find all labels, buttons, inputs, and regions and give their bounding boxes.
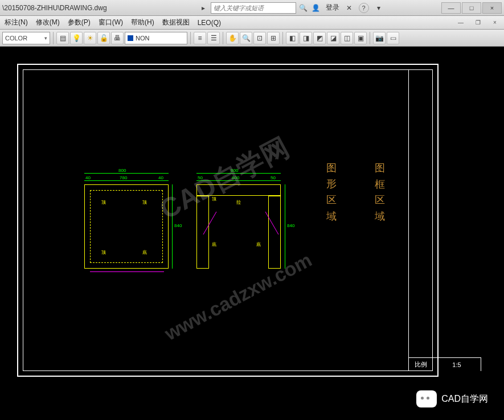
lock-icon[interactable]: 🔓: [97, 32, 110, 44]
dropdown2-icon[interactable]: ▾: [374, 3, 384, 13]
view-cube1-icon[interactable]: ◧: [286, 32, 298, 44]
search-icon[interactable]: 🔍: [298, 3, 309, 13]
zoom-extents-icon[interactable]: ⊞: [267, 32, 280, 44]
dim-sub3-r: 50: [271, 175, 276, 180]
wechat-badge: CAD自学网: [416, 390, 488, 407]
layer-manager-icon[interactable]: ▤: [56, 32, 69, 44]
tag: 拉: [236, 199, 241, 205]
tag: 底: [212, 241, 216, 248]
wechat-icon: [416, 390, 437, 407]
plot-icon[interactable]: 🖶: [111, 32, 124, 44]
maximize-button[interactable]: □: [462, 2, 481, 14]
zoom-window-icon[interactable]: ⊡: [253, 32, 266, 44]
layer-color-swatch: [128, 35, 133, 41]
dim-sub3: 40: [158, 175, 163, 180]
user-icon[interactable]: 👤: [311, 3, 321, 13]
wechat-label: CAD自学网: [441, 393, 488, 405]
leader-line: [90, 271, 164, 272]
tag: 底: [142, 249, 147, 256]
menu-parameters[interactable]: 参数(P): [68, 18, 91, 27]
toolbar: COLOR ▤ 💡 ☀ 🔓 🖶 NON ≡ ☰ ✋ 🔍 ⊡ ⊞ ◧ ◨ ◩ ◪ …: [0, 30, 504, 47]
view-cube4-icon[interactable]: ◪: [327, 32, 339, 44]
dim-top-r: 800: [231, 168, 238, 173]
scale-label: 比例: [409, 358, 433, 371]
zoom-icon[interactable]: 🔍: [240, 32, 252, 44]
label-drawing-area: 图形区域: [325, 155, 338, 219]
scale-value: 1:5: [433, 358, 481, 371]
dim-sub2: 780: [120, 175, 127, 180]
dim-sub1: 40: [85, 175, 91, 180]
exchange-icon[interactable]: ✕: [344, 3, 354, 13]
menu-dimension[interactable]: 标注(N): [5, 18, 28, 27]
layer-states-icon[interactable]: ≡: [194, 32, 206, 44]
minimize-button[interactable]: —: [441, 2, 461, 14]
dim-side: 840: [174, 223, 182, 228]
title-block: 比例 1:5: [408, 69, 481, 371]
dim-line: [84, 180, 169, 181]
dim-line-v: [285, 184, 285, 269]
mdi-minimize-icon[interactable]: —: [456, 18, 465, 27]
title-bar: \20150708-ZHIHU\DRAWING.dwg ▸ 🔍 👤 登录 ✕ ?…: [0, 0, 504, 16]
drawing-canvas[interactable]: 比例 1:5 图形区域 图框区域 800 40 780 40 840 顶 顶 顶…: [0, 47, 504, 420]
mdi-restore-icon[interactable]: ❐: [473, 18, 482, 27]
sheet-icon[interactable]: ▭: [387, 32, 399, 44]
menu-modify[interactable]: 修改(M): [36, 18, 60, 27]
view-cube6-icon[interactable]: ▣: [354, 32, 367, 44]
dropdown-icon[interactable]: ▸: [198, 3, 208, 13]
dim-line: [196, 173, 281, 174]
layer-name: NON: [136, 35, 149, 42]
view-cube3-icon[interactable]: ◩: [313, 32, 326, 44]
layer-dropdown[interactable]: NON: [125, 32, 187, 44]
right-top-beam: [196, 184, 281, 196]
sun-icon[interactable]: ☀: [84, 32, 96, 44]
tag: 顶: [101, 249, 106, 256]
separator: [282, 32, 283, 44]
color-dropdown[interactable]: COLOR: [2, 32, 50, 44]
close-button[interactable]: ×: [482, 2, 502, 14]
separator: [223, 32, 223, 44]
dim-sub1-r: 50: [198, 175, 203, 180]
login-button[interactable]: 登录: [323, 3, 342, 13]
tag: 顶: [212, 196, 216, 202]
separator: [53, 32, 54, 44]
dim-line-v: [172, 184, 173, 269]
tag: 底: [256, 241, 261, 248]
mdi-close-icon[interactable]: ×: [490, 18, 499, 27]
menu-bar: 标注(N) 修改(M) 参数(P) 窗口(W) 帮助(H) 数据视图 LEO(Q…: [0, 16, 504, 30]
menu-help[interactable]: 帮助(H): [131, 18, 154, 27]
file-path: \20150708-ZHIHU\DRAWING.dwg: [2, 4, 107, 12]
dim-top: 800: [118, 168, 126, 173]
menu-dataview[interactable]: 数据视图: [162, 18, 190, 27]
camera-icon[interactable]: 📷: [373, 32, 386, 44]
view-cube5-icon[interactable]: ◫: [341, 32, 353, 44]
pan-icon[interactable]: ✋: [226, 32, 239, 44]
help-icon[interactable]: ?: [359, 3, 369, 13]
dim-side-r: 840: [287, 223, 294, 228]
separator: [370, 32, 370, 44]
dim-sub2-r: 600: [232, 175, 239, 180]
tag: 顶: [101, 199, 106, 205]
separator: [190, 32, 191, 44]
dim-line: [84, 173, 169, 174]
menu-window[interactable]: 窗口(W): [99, 18, 123, 27]
lightbulb-icon[interactable]: 💡: [70, 32, 83, 44]
menu-leo[interactable]: LEO(Q): [198, 19, 221, 27]
search-input[interactable]: [211, 2, 296, 14]
tag: 顶: [142, 199, 147, 205]
label-frame-area: 图框区域: [373, 155, 387, 219]
layer-iso-icon[interactable]: ☰: [207, 32, 220, 44]
dim-line: [196, 180, 281, 181]
view-cube2-icon[interactable]: ◨: [300, 32, 312, 44]
